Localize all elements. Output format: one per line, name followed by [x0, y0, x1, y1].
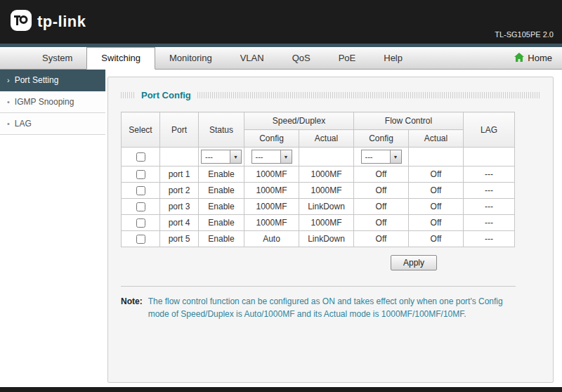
- cell-port: port 1: [160, 166, 199, 183]
- page-title: Port Config: [141, 90, 191, 100]
- tab-monitoring[interactable]: Monitoring: [155, 47, 226, 69]
- cell-lag: ---: [464, 183, 515, 199]
- cell-lag: ---: [464, 215, 515, 231]
- cell-lag: ---: [464, 166, 515, 183]
- filter-row: --- ▼ --- ▼ --- ▼: [122, 148, 515, 166]
- chevron-down-icon: ▼: [390, 150, 401, 163]
- cell-flow-config: Off: [354, 215, 409, 231]
- content-area: › Port Setting • IGMP Snooping • LAG Por…: [0, 70, 562, 387]
- cell-flow-actual: Off: [409, 199, 464, 215]
- sidebar-item-lag[interactable]: • LAG: [0, 113, 105, 135]
- tab-switching[interactable]: Switching: [86, 47, 155, 70]
- arrow-right-icon: ›: [7, 76, 10, 84]
- port-select-checkbox[interactable]: [136, 170, 145, 179]
- col-header-speed-config: Config: [244, 130, 299, 148]
- sidebar-item-label: LAG: [15, 119, 32, 129]
- cell-speed-config: 1000MF: [244, 166, 299, 183]
- cell-flow-actual: Off: [409, 215, 464, 231]
- cell-speed-config: 1000MF: [244, 215, 299, 231]
- col-header-speed-duplex: Speed/Duplex: [244, 112, 354, 130]
- sidebar-item-igmp-snooping[interactable]: • IGMP Snooping: [0, 91, 105, 113]
- cell-speed-actual: 1000MF: [299, 166, 354, 183]
- port-config-panel: Port Config Select Port Status Speed/Dup…: [107, 77, 554, 383]
- tab-poe[interactable]: PoE: [325, 47, 370, 69]
- tab-vlan[interactable]: VLAN: [226, 47, 278, 69]
- cell-flow-config: Off: [354, 231, 409, 247]
- flow-config-dropdown[interactable]: --- ▼: [361, 150, 402, 164]
- table-row: port 5 Enable Auto LinkDown Off Off ---: [122, 231, 515, 247]
- app-header: tp-link TL-SG105PE 2.0: [0, 0, 562, 44]
- port-config-table: Select Port Status Speed/Duplex Flow Con…: [121, 112, 515, 247]
- cell-empty: [160, 148, 199, 166]
- cell-status: Enable: [199, 215, 244, 231]
- port-select-checkbox[interactable]: [136, 218, 145, 228]
- note-text: The flow control function can be configu…: [148, 295, 514, 320]
- cell-flow-config: Off: [354, 199, 409, 215]
- divider: [121, 286, 516, 287]
- decor-hatch-right: [197, 92, 540, 98]
- cell-empty: [464, 148, 515, 166]
- dropdown-value: ---: [362, 152, 373, 161]
- chevron-down-icon: ▼: [230, 150, 241, 163]
- cell-status: Enable: [199, 231, 244, 247]
- brand-text: tp-link: [37, 13, 86, 31]
- port-select-checkbox[interactable]: [136, 202, 145, 211]
- cell-flow-actual: Off: [409, 231, 464, 247]
- sidebar-item-label: Port Setting: [15, 75, 59, 85]
- dropdown-value: ---: [202, 152, 213, 161]
- decor-hatch-left: [121, 92, 135, 98]
- port-select-checkbox[interactable]: [136, 235, 145, 244]
- cell-speed-actual: LinkDown: [299, 231, 354, 247]
- cell-port: port 5: [160, 231, 199, 247]
- tplink-logo: tp-link: [10, 9, 86, 34]
- tab-help[interactable]: Help: [370, 47, 417, 69]
- cell-speed-actual: LinkDown: [299, 199, 354, 215]
- sidebar: › Port Setting • IGMP Snooping • LAG: [0, 70, 105, 387]
- home-label: Home: [528, 53, 552, 63]
- sidebar-item-port-setting[interactable]: › Port Setting: [0, 70, 105, 91]
- cell-status: Enable: [199, 199, 244, 215]
- device-model: TL-SG105PE 2.0: [495, 30, 554, 39]
- footer-bar: [0, 387, 562, 392]
- table-row: port 3 Enable 1000MF LinkDown Off Off --…: [122, 199, 515, 215]
- sidebar-item-label: IGMP Snooping: [15, 97, 74, 107]
- select-all-checkbox[interactable]: [136, 152, 145, 162]
- cell-flow-actual: Off: [409, 166, 464, 183]
- panel-title-row: Port Config: [121, 90, 540, 100]
- speed-config-dropdown[interactable]: --- ▼: [251, 150, 292, 164]
- cell-speed-actual: 1000MF: [299, 183, 354, 199]
- cell-flow-config: Off: [354, 166, 409, 183]
- main-nav: System Switching Monitoring VLAN QoS PoE…: [0, 47, 562, 70]
- col-header-flow-control: Flow Control: [354, 112, 464, 130]
- col-header-select: Select: [122, 112, 160, 148]
- cell-port: port 2: [160, 183, 199, 199]
- cell-empty: [299, 148, 354, 166]
- table-row: port 1 Enable 1000MF 1000MF Off Off ---: [122, 166, 515, 183]
- note-section: Note: The flow control function can be c…: [121, 295, 540, 320]
- table-row: port 2 Enable 1000MF 1000MF Off Off ---: [122, 183, 515, 199]
- apply-row: Apply: [121, 255, 514, 270]
- status-filter-dropdown[interactable]: --- ▼: [201, 150, 242, 164]
- col-header-lag: LAG: [464, 112, 515, 148]
- home-button[interactable]: Home: [514, 47, 552, 69]
- cell-speed-config: 1000MF: [244, 183, 299, 199]
- cell-lag: ---: [464, 199, 515, 215]
- cell-status: Enable: [199, 183, 244, 199]
- tab-system[interactable]: System: [28, 47, 86, 69]
- col-header-speed-actual: Actual: [299, 130, 354, 148]
- col-header-status: Status: [199, 112, 244, 148]
- cell-status: Enable: [199, 166, 244, 183]
- col-header-flow-actual: Actual: [409, 130, 464, 148]
- bullet-icon: •: [7, 119, 10, 128]
- cell-empty: [409, 148, 464, 166]
- bullet-icon: •: [7, 98, 10, 106]
- tplink-logo-icon: [10, 9, 32, 34]
- cell-port: port 3: [160, 199, 199, 215]
- cell-flow-actual: Off: [409, 183, 464, 199]
- cell-flow-config: Off: [354, 183, 409, 199]
- cell-port: port 4: [160, 215, 199, 231]
- cell-speed-actual: 1000MF: [299, 215, 354, 231]
- port-select-checkbox[interactable]: [136, 186, 145, 195]
- tab-qos[interactable]: QoS: [278, 47, 325, 69]
- apply-button[interactable]: Apply: [391, 255, 437, 270]
